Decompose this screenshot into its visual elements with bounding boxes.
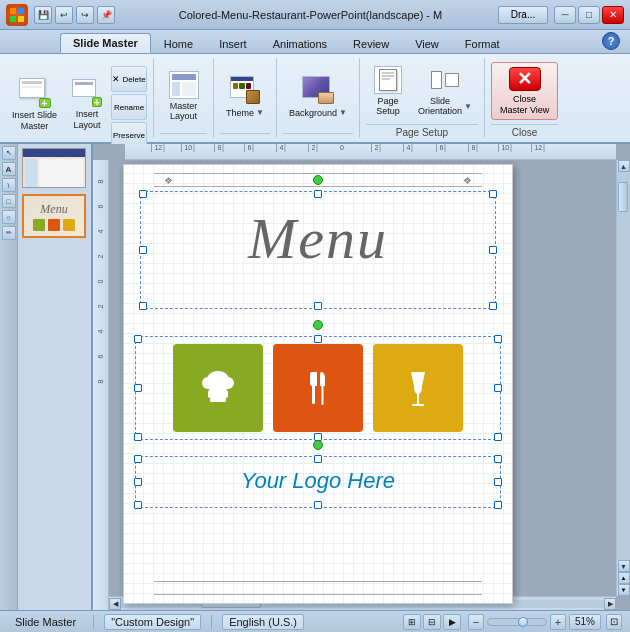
page-setup-buttons: PageSetup SlideOrientation ▼ xyxy=(366,58,478,124)
scroll-corner-down[interactable]: ▼ xyxy=(618,584,630,596)
slide-thumbnail-2[interactable]: Menu xyxy=(22,194,86,238)
window-title: Colored-Menu-Restaurant-PowerPoint(lands… xyxy=(123,9,498,21)
tool-rect[interactable]: □ xyxy=(2,194,16,208)
tab-slide-master[interactable]: Slide Master xyxy=(60,33,151,53)
status-divider-2 xyxy=(211,615,212,629)
delete-icon: ✕ xyxy=(112,74,120,84)
view-mode-label: Slide Master xyxy=(15,616,76,628)
tab-view[interactable]: View xyxy=(402,33,452,53)
zoom-slider[interactable] xyxy=(487,618,547,626)
tab-review[interactable]: Review xyxy=(340,33,402,53)
theme-buttons: Theme ▼ xyxy=(220,58,270,133)
handle-tl[interactable] xyxy=(139,190,147,198)
handle-bc[interactable] xyxy=(314,302,322,310)
handle-tc[interactable] xyxy=(314,190,322,198)
handle-mr[interactable] xyxy=(489,246,497,254)
slide-sorter-btn[interactable]: ⊟ xyxy=(423,614,441,630)
zoom-slider-thumb[interactable] xyxy=(518,617,528,627)
logo-handle-tr[interactable] xyxy=(494,455,502,463)
tool-text[interactable]: A xyxy=(2,162,16,176)
tool-line[interactable]: \ xyxy=(2,178,16,192)
vertical-scroll-thumb[interactable] xyxy=(618,182,628,212)
page-setup-group-label: Page Setup xyxy=(366,124,478,140)
slide-orientation-button[interactable]: SlideOrientation ▼ xyxy=(412,62,478,120)
delete-label: Delete xyxy=(122,75,145,84)
handle-br[interactable] xyxy=(489,302,497,310)
rename-button[interactable]: Rename xyxy=(111,94,147,120)
vertical-scrollbar[interactable]: ▲ ▼ ▲ ▼ xyxy=(616,160,630,596)
icons-handle-tc[interactable] xyxy=(314,335,322,343)
scroll-up-button[interactable]: ▲ xyxy=(618,160,630,172)
insert-slide-master-button[interactable]: + Insert SlideMaster xyxy=(6,76,63,134)
slide-thumbnail-1[interactable] xyxy=(22,148,86,188)
icons-handle-tl[interactable] xyxy=(134,335,142,343)
normal-view-btn[interactable]: ⊞ xyxy=(403,614,421,630)
tool-oval[interactable]: ○ xyxy=(2,210,16,224)
redo-btn[interactable]: ↪ xyxy=(76,6,94,24)
master-layout-button[interactable]: MasterLayout xyxy=(162,67,206,125)
scroll-left-button[interactable]: ◀ xyxy=(109,598,121,610)
background-button[interactable]: Background ▼ xyxy=(283,67,353,125)
delete-button[interactable]: ✕ Delete xyxy=(111,66,147,92)
icons-handle-br[interactable] xyxy=(494,433,502,441)
zoom-out-button[interactable]: − xyxy=(468,614,484,630)
logo-handle-tc[interactable] xyxy=(314,455,322,463)
zoom-in-button[interactable]: + xyxy=(550,614,566,630)
master-layout-icon xyxy=(168,71,200,99)
maximize-btn[interactable]: □ xyxy=(578,6,600,24)
handle-ml[interactable] xyxy=(139,246,147,254)
logo-handle-ml[interactable] xyxy=(134,478,142,486)
logo-handle-mr[interactable] xyxy=(494,478,502,486)
master-layout-buttons: MasterLayout xyxy=(162,58,206,133)
zoom-percent-button[interactable]: 51% xyxy=(569,614,601,630)
background-group-label xyxy=(283,133,353,138)
slide-deco-bottom xyxy=(154,581,482,595)
logo-container: Your Logo Here xyxy=(139,460,497,504)
slide-panel: 1 2 Menu xyxy=(18,144,93,610)
minimize-btn[interactable]: ─ xyxy=(554,6,576,24)
tab-home[interactable]: Home xyxy=(151,33,206,53)
slide-orientation-icon xyxy=(429,66,461,94)
tab-animations[interactable]: Animations xyxy=(260,33,340,53)
logo-handle-bc[interactable] xyxy=(314,501,322,509)
mode-indicator: Dra... xyxy=(498,6,548,24)
tab-insert[interactable]: Insert xyxy=(206,33,260,53)
logo-rotation-handle[interactable] xyxy=(313,440,323,450)
handle-tr[interactable] xyxy=(489,190,497,198)
tool-arrow[interactable]: ↖ xyxy=(2,146,16,160)
scroll-corner-up[interactable]: ▲ xyxy=(618,572,630,584)
icons-rotation-handle[interactable] xyxy=(313,320,323,330)
icons-handle-mr[interactable] xyxy=(494,384,502,392)
tab-format[interactable]: Format xyxy=(452,33,513,53)
edit-master-buttons: + Insert SlideMaster + InsertLayout xyxy=(6,58,147,152)
pin-btn[interactable]: 📌 xyxy=(97,6,115,24)
vertical-scroll-track[interactable] xyxy=(617,172,630,560)
page-setup-button[interactable]: PageSetup xyxy=(366,62,410,120)
rotation-handle[interactable] xyxy=(313,175,323,185)
undo-btn[interactable]: ↩ xyxy=(55,6,73,24)
icons-handle-bl[interactable] xyxy=(134,433,142,441)
scroll-right-button[interactable]: ▶ xyxy=(604,598,616,610)
theme-button[interactable]: Theme ▼ xyxy=(220,67,270,125)
insert-layout-button[interactable]: + InsertLayout xyxy=(65,76,109,134)
rename-label: Rename xyxy=(114,103,144,112)
svg-rect-1 xyxy=(18,8,24,14)
help-button[interactable]: ? xyxy=(602,32,620,50)
app-logo xyxy=(6,4,28,26)
logo-handle-tl[interactable] xyxy=(134,455,142,463)
status-divider-1 xyxy=(93,615,94,629)
icons-handle-ml[interactable] xyxy=(134,384,142,392)
logo-handle-bl[interactable] xyxy=(134,501,142,509)
scroll-down-button[interactable]: ▼ xyxy=(618,560,630,572)
close-master-view-button[interactable]: ✕ CloseMaster View xyxy=(491,62,558,120)
horizontal-ruler: │12│ │10│ │8│ │6│ │4│ │2│ 0 │2│ │4│ │6│ … xyxy=(125,144,616,160)
save-btn[interactable]: 💾 xyxy=(34,6,52,24)
zoom-controls: ⊞ ⊟ ▶ − + 51% ⊡ xyxy=(403,614,622,630)
handle-bl[interactable] xyxy=(139,302,147,310)
window-close-btn[interactable]: ✕ xyxy=(602,6,624,24)
icons-handle-tr[interactable] xyxy=(494,335,502,343)
tool-free[interactable]: ✏ xyxy=(2,226,16,240)
logo-handle-br[interactable] xyxy=(494,501,502,509)
fit-slide-button[interactable]: ⊡ xyxy=(606,614,622,630)
slide-show-btn[interactable]: ▶ xyxy=(443,614,461,630)
